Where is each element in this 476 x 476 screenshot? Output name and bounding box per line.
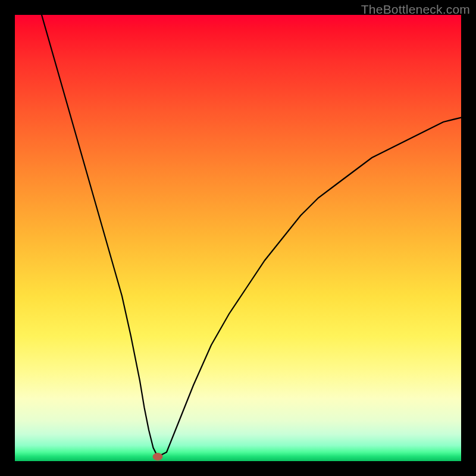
curve-layer bbox=[15, 15, 461, 461]
plot-area bbox=[15, 15, 461, 461]
minimum-marker bbox=[153, 453, 162, 461]
bottleneck-curve bbox=[42, 15, 461, 457]
watermark-text: TheBottleneck.com bbox=[361, 2, 470, 17]
chart-frame: TheBottleneck.com bbox=[0, 0, 476, 476]
